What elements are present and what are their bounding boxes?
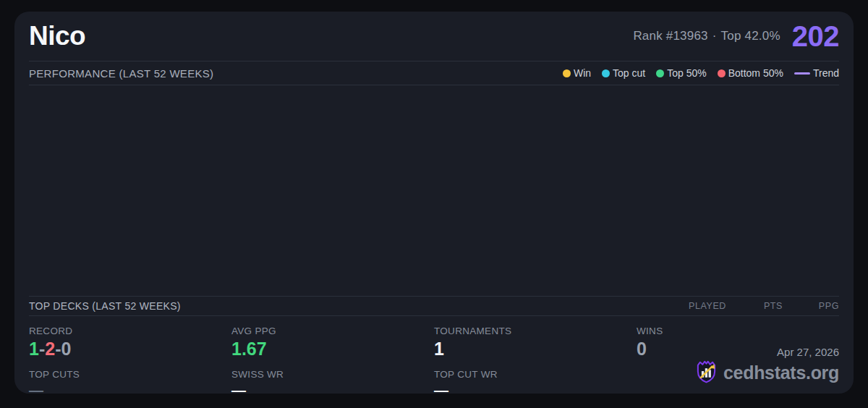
bottom-50-dot-icon xyxy=(718,69,726,77)
top-decks-header: TOP DECKS (LAST 52 WEEKS) PLAYED PTS PPG xyxy=(29,297,839,315)
legend-item-top-50[interactable]: Top 50% xyxy=(656,67,706,79)
performance-section-header: PERFORMANCE (LAST 52 WEEKS) Win Top cut … xyxy=(29,61,839,85)
performance-title: PERFORMANCE (LAST 52 WEEKS) xyxy=(29,67,213,80)
stat-sublabel: TOP CUT WR xyxy=(434,369,637,380)
stat-label: TOURNAMENTS xyxy=(434,326,637,336)
card-footer: Apr 27, 2026 cedhstats.org xyxy=(695,346,839,386)
stat-label: WINS xyxy=(637,326,839,336)
win-dot-icon xyxy=(563,69,571,77)
dot-separator: · xyxy=(712,29,717,43)
chart-legend: Win Top cut Top 50% Bottom 50% Trend xyxy=(563,67,839,79)
legend-item-win[interactable]: Win xyxy=(563,67,591,79)
player-name: Nico xyxy=(29,21,85,51)
top-percent-text: Top 42.0% xyxy=(721,29,780,43)
cedhstats-logo-icon xyxy=(695,360,718,386)
top-decks-columns: PLAYED PTS PPG xyxy=(670,301,839,311)
generated-date: Apr 27, 2026 xyxy=(695,346,839,358)
legend-label: Top 50% xyxy=(667,67,706,79)
rank-text: Rank #13963 xyxy=(633,29,707,43)
top-cut-dot-icon xyxy=(602,69,610,77)
stat-label: AVG PPG xyxy=(231,326,434,336)
card-header: Nico Rank #13963·Top 42.0% 202 xyxy=(29,12,839,61)
top-decks-title: TOP DECKS (LAST 52 WEEKS) xyxy=(29,300,181,312)
legend-label: Win xyxy=(574,67,591,79)
stat-label: RECORD xyxy=(29,326,231,336)
avg-ppg-value: 1.67 xyxy=(231,339,434,360)
swiss-wr-value: — xyxy=(231,381,434,399)
stat-sublabel: SWISS WR xyxy=(231,369,434,380)
record-losses: 2 xyxy=(45,339,55,359)
legend-item-bottom-50[interactable]: Bottom 50% xyxy=(718,67,783,79)
stat-record: RECORD 1-2-0 TOP CUTS — xyxy=(29,316,231,399)
legend-label: Trend xyxy=(813,67,839,79)
stat-tournaments: TOURNAMENTS 1 TOP CUT WR — xyxy=(434,316,637,399)
column-header-played: PLAYED xyxy=(670,301,726,311)
trend-line-icon xyxy=(794,72,810,75)
legend-label: Top cut xyxy=(613,67,645,79)
tournaments-value: 1 xyxy=(434,339,637,360)
record-draws: 0 xyxy=(61,339,71,359)
record-wins: 1 xyxy=(29,339,39,359)
performance-chart xyxy=(29,85,839,296)
brand[interactable]: cedhstats.org xyxy=(695,360,839,386)
record-dash: - xyxy=(39,339,45,359)
header-right: Rank #13963·Top 42.0% 202 xyxy=(633,20,839,53)
legend-item-trend[interactable]: Trend xyxy=(794,67,839,79)
player-stats-card: Nico Rank #13963·Top 42.0% 202 PERFORMAN… xyxy=(14,12,854,394)
stat-sublabel: TOP CUTS xyxy=(29,369,231,380)
points-value: 202 xyxy=(792,20,839,53)
column-header-pts: PTS xyxy=(726,301,783,311)
legend-label: Bottom 50% xyxy=(728,67,783,79)
top-50-dot-icon xyxy=(656,69,664,77)
legend-item-top-cut[interactable]: Top cut xyxy=(602,67,645,79)
column-header-ppg: PPG xyxy=(783,301,839,311)
brand-name: cedhstats.org xyxy=(723,362,839,383)
top-cuts-value: — xyxy=(29,381,231,399)
record-value: 1-2-0 xyxy=(29,339,231,360)
stat-avg-ppg: AVG PPG 1.67 SWISS WR — xyxy=(231,316,434,399)
top-cut-wr-value: — xyxy=(434,381,637,399)
rank-summary: Rank #13963·Top 42.0% xyxy=(633,29,780,43)
